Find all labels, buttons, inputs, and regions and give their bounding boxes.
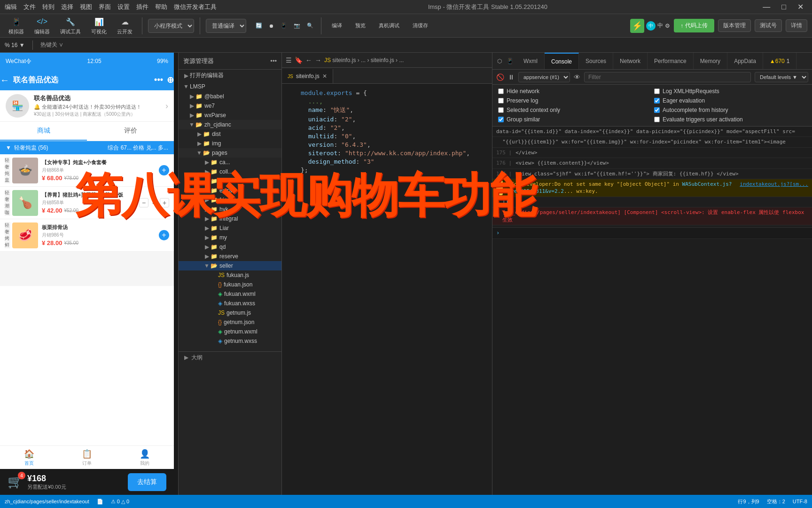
list-item[interactable]: ▶ 📁 we7 (179, 101, 281, 111)
list-item[interactable]: ▼ 📂 seller (179, 261, 281, 270)
console-input[interactable] (502, 229, 808, 237)
editor-tab-siteinfo[interactable]: JS siteinfo.js ✕ (282, 69, 333, 83)
option-eager-eval[interactable]: Eager evaluation (652, 96, 808, 105)
minimize-button[interactable]: — (759, 0, 774, 13)
nav-orders[interactable]: 📋 订单 (58, 446, 116, 469)
list-item[interactable]: ◈ getnum.wxss (179, 336, 281, 346)
devtools-tab-network[interactable]: Network (613, 53, 648, 70)
list-item[interactable]: {} fukuan.json (179, 280, 281, 289)
list-item[interactable]: ◈ fukuan.wxss (179, 299, 281, 308)
devtools-tab-sources[interactable]: Sources (579, 53, 613, 70)
phone-tab-review[interactable]: 评价 (87, 122, 174, 141)
group-similar-checkbox[interactable] (498, 117, 504, 122)
refresh-button[interactable]: 🔄 (254, 21, 264, 31)
evaluate-triggers-checkbox[interactable] (654, 117, 660, 122)
window-controls[interactable]: — □ ✕ (759, 0, 807, 13)
tab-close-icon[interactable]: ✕ (322, 73, 327, 79)
outline-toggle[interactable]: ☰ (286, 56, 292, 64)
cart-icon-wrap[interactable]: 🛒 4 (8, 475, 23, 489)
qty-control-2[interactable]: − 4 + (139, 198, 169, 207)
menu-interface[interactable]: 界面 (99, 3, 111, 11)
list-item[interactable]: ▼ 📂 zh_cjdianc (179, 120, 281, 129)
simulator-button[interactable]: 📱 模拟器 (5, 14, 28, 37)
preview-button[interactable]: 预览 (351, 20, 370, 31)
menu-wechat-devtools[interactable]: 微信开发者工具 (174, 3, 217, 11)
list-item[interactable]: ▶ 📁 qd (179, 242, 281, 252)
maximize-button[interactable]: □ (778, 0, 790, 13)
selected-context-checkbox[interactable] (498, 107, 504, 113)
warning-source-link[interactable]: indextakeout.js?[sm... (740, 181, 808, 195)
hide-network-checkbox[interactable] (498, 88, 504, 94)
inspect-icon[interactable]: ⬡ (495, 57, 504, 65)
list-item[interactable]: ▶ 📁 img (179, 139, 281, 148)
list-item[interactable]: ◈ fukuan.wxml (179, 289, 281, 299)
outline-section[interactable]: ▶ 大纲 (179, 351, 281, 364)
remote-debug-button[interactable]: 真机调试 (374, 20, 404, 31)
nav-profile[interactable]: 👤 我的 (116, 446, 174, 469)
filter-sort[interactable]: 综合 67... 价格 兑... 多... (108, 144, 168, 152)
list-item[interactable]: ▶ 📁 reserve (179, 252, 281, 261)
devtools-tab-memory[interactable]: Memory (694, 53, 727, 70)
list-item[interactable]: ▶ 📁 @babel (179, 92, 281, 101)
nav-home[interactable]: 🏠 首页 (0, 446, 58, 469)
option-log-xml[interactable]: Log XMLHttpRequests (652, 87, 808, 96)
eager-eval-checkbox[interactable] (654, 98, 660, 103)
opened-editors-section[interactable]: ▶ 打开的编辑器 (179, 70, 281, 81)
option-group-similar[interactable]: Group similar (496, 115, 652, 124)
list-item[interactable]: ▶ 📁 wxParse (179, 111, 281, 120)
list-item[interactable]: {} getnum.json (179, 318, 281, 327)
clear-console-icon[interactable]: 🚫 (496, 73, 504, 81)
menu-settings[interactable]: 设置 (117, 3, 130, 11)
list-item[interactable]: ▶ 📁 Liar (179, 223, 281, 233)
qty-increase-button[interactable]: + (160, 198, 169, 207)
option-selected-context[interactable]: Selected context only (496, 105, 652, 115)
list-item[interactable]: ▶ 📁 my (179, 233, 281, 242)
search2-button[interactable]: 🔍 (305, 21, 315, 31)
back-icon[interactable]: ← (0, 75, 9, 86)
camera-button[interactable]: 📷 (292, 21, 302, 31)
cloud-button[interactable]: ☁ 云开发 (113, 14, 136, 37)
more-icon[interactable]: ••• (154, 75, 163, 85)
stop-button[interactable]: ⏺ (267, 21, 276, 31)
list-item[interactable]: ▶ 📁 distribution (179, 176, 281, 186)
menu-view[interactable]: 视图 (80, 3, 92, 11)
compile-button[interactable]: 编译 (327, 20, 347, 31)
option-hide-network[interactable]: Hide network (496, 87, 652, 96)
list-item[interactable]: ▶ 📁 dist (179, 129, 281, 139)
add-to-cart-button-3[interactable]: + (159, 230, 169, 240)
option-autocomplete[interactable]: Autocomplete from history (652, 105, 808, 115)
forward-nav-icon[interactable]: → (315, 56, 321, 64)
bookmark-icon[interactable]: 🔖 (295, 56, 303, 64)
mode-select[interactable]: 小程序模式 (148, 19, 194, 33)
eye-icon[interactable]: 👁 (574, 73, 580, 81)
phone-tab-shop[interactable]: 商城 (0, 122, 87, 141)
preserve-log-checkbox[interactable] (498, 98, 504, 103)
phone-nav-tabs[interactable]: 商城 评价 (0, 122, 174, 141)
option-evaluate-triggers[interactable]: Evaluate triggers user activation (652, 115, 808, 124)
list-item[interactable]: ▶ 📁 friendpay (179, 195, 281, 205)
list-item[interactable]: ▶ 📁 hyk (179, 205, 281, 214)
devtools-tab-console[interactable]: Console (545, 53, 579, 70)
test-button[interactable]: 测试号 (755, 19, 782, 32)
menu-bar[interactable]: 编辑 文件 转到 选择 视图 界面 设置 插件 帮助 微信开发者工具 (5, 3, 217, 11)
checkout-button[interactable]: 去结算 (128, 473, 166, 491)
console-input-row[interactable]: › (492, 227, 812, 239)
upload-button[interactable]: ↑ 代码上传 (674, 19, 714, 32)
clear-cache-button[interactable]: 清缓存 (408, 20, 433, 31)
compile-select[interactable]: 普通编译 (206, 19, 246, 33)
devtools-tab-wxml[interactable]: Wxml (517, 53, 545, 70)
device-icon[interactable]: 📱 (506, 57, 514, 65)
pause-console-icon[interactable]: ⏸ (508, 73, 515, 81)
phone-button[interactable]: 📱 (279, 21, 289, 31)
autocomplete-checkbox[interactable] (654, 107, 660, 113)
menu-goto[interactable]: 转到 (42, 3, 55, 11)
menu-file[interactable]: 文件 (23, 3, 36, 11)
list-item[interactable]: ◈ getnum.wxml (179, 327, 281, 336)
warning-link[interactable]: WASubContext.js?t=we.59543311&v=2.2 (505, 181, 732, 194)
option-preserve-log[interactable]: Preserve log (496, 96, 652, 105)
hotkey-button[interactable]: 热键关 ∨ (40, 41, 63, 49)
qty-decrease-button[interactable]: − (139, 198, 148, 207)
add-to-cart-button-1[interactable]: + (159, 165, 169, 175)
context-select[interactable]: appservice (#1) (518, 72, 570, 82)
editor-button[interactable]: </> 编辑器 (31, 14, 54, 37)
